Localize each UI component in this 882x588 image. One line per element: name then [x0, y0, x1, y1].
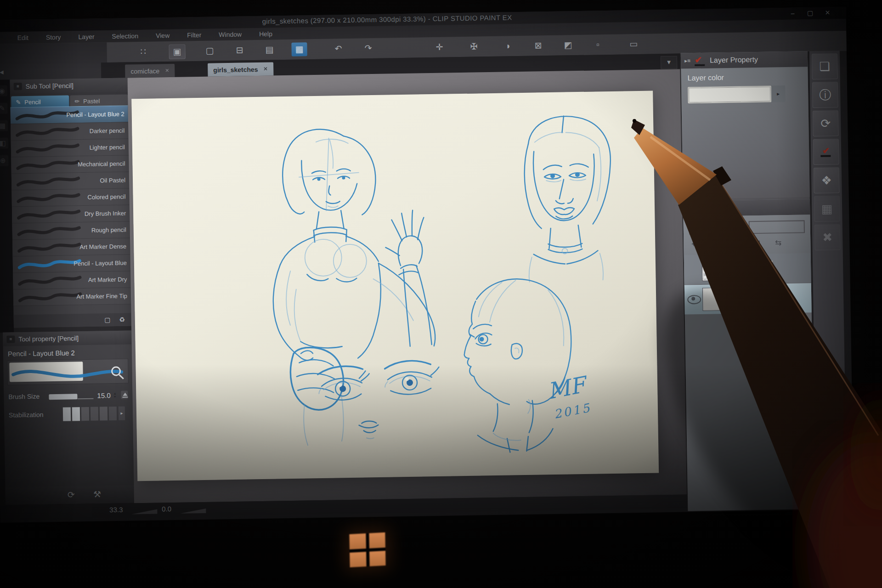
zoom-value[interactable]: 33.3: [109, 506, 123, 514]
menu-file[interactable]: File: [0, 34, 9, 42]
maximize-button[interactable]: ▢: [804, 8, 815, 17]
opacity-field[interactable]: [749, 220, 805, 234]
stabilization-meter[interactable]: [63, 407, 117, 421]
save-file-icon[interactable]: ▤: [261, 43, 277, 57]
layer-thumbnail[interactable]: [702, 258, 725, 281]
brush-item[interactable]: Art Marker Dry: [13, 271, 131, 289]
tab-close-icon[interactable]: ✕: [263, 66, 267, 72]
layer-panel-icon[interactable]: ❖: [814, 167, 840, 193]
menu-view[interactable]: View: [147, 32, 178, 40]
panel-menu-icon[interactable]: ≡: [14, 83, 22, 90]
navigator-panel-icon[interactable]: ❏: [812, 53, 838, 79]
order-icon[interactable]: ⇆: [772, 237, 785, 249]
windows-logo-button[interactable]: [349, 532, 385, 567]
brush-size-dynamics-icon[interactable]: [121, 391, 128, 399]
snap-special-icon[interactable]: ✠: [466, 40, 481, 54]
undo-icon[interactable]: ↶: [330, 42, 346, 56]
windows-logo-pane: [369, 532, 385, 548]
fill-tool-icon[interactable]: ▦: [0, 120, 8, 131]
brush-item[interactable]: Dry Brush Inker: [12, 205, 130, 223]
zoom-tool-icon[interactable]: ⊕: [0, 155, 9, 166]
brush-item[interactable]: Darker pencil: [11, 122, 129, 141]
brush-item[interactable]: Art Marker Dense: [12, 238, 130, 256]
layer-property-title: Layer Property: [710, 56, 758, 65]
layer-thumbnail[interactable]: [703, 288, 725, 311]
wrench-icon[interactable]: ⚒: [90, 488, 104, 501]
brush-item[interactable]: Pencil - Layout Blue 2: [10, 105, 128, 124]
brush-item[interactable]: Lighter pencil: [11, 139, 129, 157]
new-file-icon[interactable]: ▢: [202, 44, 217, 58]
effect-icon[interactable]: ✦: [687, 238, 700, 250]
menu-edit[interactable]: Edit: [9, 34, 37, 42]
snap-crosshair-icon[interactable]: ✛: [431, 40, 447, 55]
timeline-panel-icon[interactable]: ▦: [814, 196, 840, 222]
add-subtool-icon[interactable]: ▢: [102, 315, 113, 325]
tab-comicface[interactable]: comicface ✕: [125, 64, 175, 78]
mask-icon[interactable]: ⊡: [751, 237, 763, 249]
trash-icon[interactable]: ♻: [117, 315, 128, 325]
brush-item[interactable]: Rough pencil: [12, 221, 130, 240]
open-file-icon[interactable]: ⊟: [232, 43, 247, 57]
brush-tool-icon[interactable]: ◉: [0, 85, 7, 96]
layer-color-swatch[interactable]: [688, 85, 772, 103]
zoom-slider[interactable]: [131, 509, 157, 514]
brush-size-value[interactable]: 15.0: [97, 391, 110, 399]
rotation-value[interactable]: 0.0: [162, 505, 171, 513]
pen-tool-icon[interactable]: ✎: [0, 103, 8, 114]
dock-collapse-strip: ◀: [0, 62, 102, 80]
sync-panel-icon[interactable]: ⟳: [813, 110, 839, 136]
layer-color-dropdown-icon[interactable]: ▸: [771, 85, 786, 102]
brush-name: Pencil - Layout Blue 2: [66, 111, 124, 119]
visibility-eye-icon[interactable]: [687, 295, 701, 304]
menu-selection[interactable]: Selection: [103, 32, 147, 40]
menu-layer[interactable]: Layer: [69, 33, 103, 40]
save-active-icon[interactable]: ▦: [291, 42, 307, 57]
layer-name[interactable]: Paper: [729, 300, 749, 311]
brush-stroke-preview: [15, 290, 84, 304]
layer-name[interactable]: Layer 1: [729, 268, 773, 279]
brush-item[interactable]: Art Marker Fine Tip: [13, 288, 131, 306]
crop-icon[interactable]: ⊠: [530, 39, 546, 53]
info-panel-icon[interactable]: ⓘ: [812, 82, 838, 108]
brush-item[interactable]: Mechanical pencil: [11, 155, 129, 174]
collapse-arrow-icon[interactable]: ◀: [0, 69, 4, 75]
material-panel-icon[interactable]: ✖: [814, 224, 841, 250]
brush-name: Lighter pencil: [89, 144, 125, 151]
menu-window[interactable]: Window: [210, 30, 250, 38]
lock-alpha-icon[interactable]: ⊠: [729, 237, 742, 249]
menu-filter[interactable]: Filter: [178, 31, 210, 39]
brush-size-slider[interactable]: [49, 394, 85, 400]
brush-item[interactable]: Oil Pastel: [11, 172, 130, 190]
lock-icon[interactable]: ⊓: [708, 238, 721, 250]
stabilization-expand-icon[interactable]: ▸: [119, 407, 125, 420]
menu-help[interactable]: Help: [250, 30, 281, 38]
minimize-button[interactable]: –: [787, 9, 798, 18]
monitor-icon[interactable]: ▭: [626, 37, 641, 51]
object-tool-icon[interactable]: ▣: [169, 44, 185, 59]
tab-list-dropdown[interactable]: ▼: [661, 56, 677, 69]
redo-icon[interactable]: ↷: [360, 41, 376, 56]
reset-icon[interactable]: ⟳: [64, 488, 78, 501]
tool-property-panel: ≡ Tool property [Pencil] Pencil - Layout…: [3, 330, 134, 504]
layer-row-paper[interactable]: Paper: [684, 283, 812, 314]
tab-close-icon[interactable]: ✕: [165, 68, 169, 74]
gradient-icon[interactable]: ◩: [560, 38, 576, 52]
tab-girls-sketches[interactable]: girls_sketches ✕: [208, 62, 273, 76]
tool-layout-icon[interactable]: ∷: [135, 45, 151, 59]
brush-item[interactable]: Pencil - Layout Blue: [13, 254, 131, 273]
canvas-paper[interactable]: MF 2015: [131, 91, 659, 481]
brush-size-stepper[interactable]: ▲▼: [113, 392, 117, 398]
snap-radial-icon[interactable]: ◗: [500, 39, 516, 53]
brush-item[interactable]: Colored pencil: [11, 188, 130, 207]
layer-property-panel-icon[interactable]: ✔: [813, 139, 839, 165]
select-tool-icon[interactable]: ◧: [0, 138, 8, 149]
menu-story[interactable]: Story: [37, 33, 70, 41]
close-button[interactable]: ✕: [822, 8, 833, 17]
brush-name: Pencil - Layout Blue: [74, 260, 127, 267]
rotation-slider[interactable]: [180, 509, 206, 514]
panel-menu-icon[interactable]: ▸≡: [684, 57, 690, 64]
marquee-icon[interactable]: ▫: [590, 38, 605, 52]
brush-stroke-preview: [13, 141, 82, 155]
panel-menu-icon[interactable]: ≡: [6, 335, 15, 343]
layer-row-layer1[interactable]: 100 % Normal Layer 1: [684, 253, 811, 285]
